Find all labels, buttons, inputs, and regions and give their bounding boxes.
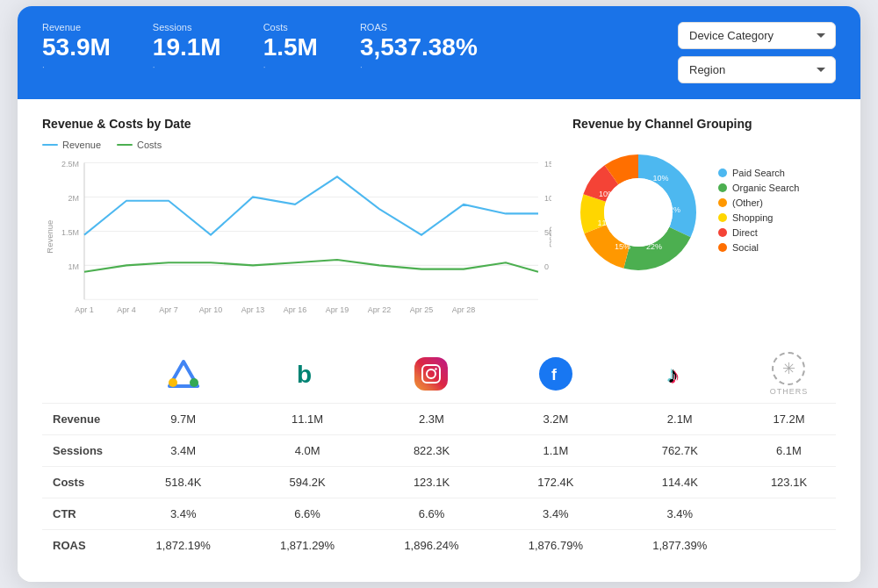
row-cell: 3.4M (121, 435, 245, 467)
filter-region[interactable]: Region (678, 56, 836, 83)
metric-label: Revenue (42, 22, 111, 32)
row-cell: 2.1M (618, 404, 742, 435)
row-cell: 9.7M (121, 404, 245, 435)
svg-text:10%: 10% (652, 174, 668, 183)
row-cell (742, 498, 836, 530)
metric-sub: · (153, 62, 221, 72)
donut-legend-item-other: (Other) (718, 197, 799, 208)
donut-legend-item-organic-search: Organic Search (718, 183, 799, 193)
table-row: ROAS1,872.19%1,871.29%1,896.24%1,876.79%… (42, 530, 836, 562)
row-label: Costs (42, 467, 121, 498)
row-cell: 6.6% (370, 498, 493, 530)
svg-text:Apr 10: Apr 10 (199, 305, 222, 314)
svg-text:10%: 10% (599, 190, 615, 198)
svg-point-32 (604, 178, 673, 247)
row-cell: 1.1M (493, 435, 617, 467)
table-row: CTR3.4%6.6%6.6%3.4%3.4% (42, 498, 836, 530)
metric-label: ROAS (360, 22, 478, 32)
row-cell: 6.1M (742, 435, 836, 467)
metric-sub: · (42, 62, 111, 72)
row-cell: 1,896.24% (370, 530, 493, 562)
row-cell: 1,871.29% (245, 530, 369, 562)
row-cell: 6.6% (245, 498, 369, 530)
svg-text:Apr 13: Apr 13 (241, 305, 264, 314)
svg-text:Revenue: Revenue (46, 220, 54, 254)
header-metrics: Revenue 53.9M · Sessions 19.1M · Costs 1… (42, 22, 478, 72)
metric-value: 1.5M (263, 34, 318, 61)
line-chart-wrap: 2.5M 2M 1.5M 1M 150K 100K 50K 0 (42, 154, 551, 329)
row-cell: 172.4K (493, 467, 617, 498)
svg-text:Apr 19: Apr 19 (326, 305, 349, 314)
svg-point-45 (427, 369, 435, 378)
svg-point-42 (169, 378, 177, 387)
row-cell: 17.2M (742, 404, 836, 435)
svg-text:0: 0 (544, 262, 549, 270)
others-label: OTHERS (770, 387, 809, 396)
svg-text:22%: 22% (646, 242, 662, 251)
donut-wrap: 10% 10% 11% 15% 22% 32% Paid SearchOrgan… (572, 147, 836, 278)
bing-icon-cell: b (245, 338, 369, 404)
row-cell: 1,872.19% (121, 530, 245, 562)
row-cell: 518.4K (121, 467, 245, 498)
tiktok-icon: ♪ ♪ ♪ ♪ (660, 355, 699, 393)
row-cell: 2.3M (370, 404, 493, 435)
row-cell (742, 530, 836, 562)
table-row: Sessions3.4M4.0M822.3K1.1M762.7K6.1M (42, 435, 836, 467)
metric-value: 3,537.38% (360, 34, 478, 61)
row-label: CTR (42, 498, 121, 530)
svg-text:2M: 2M (68, 193, 79, 202)
google-ads-icon-cell (121, 338, 245, 404)
svg-text:Costs: Costs (548, 226, 551, 248)
dashboard: Revenue 53.9M · Sessions 19.1M · Costs 1… (18, 6, 860, 582)
instagram-icon (414, 357, 448, 391)
svg-text:Apr 28: Apr 28 (452, 305, 475, 314)
row-cell: 822.3K (370, 435, 493, 467)
line-chart-svg: 2.5M 2M 1.5M 1M 150K 100K 50K 0 (42, 154, 551, 329)
metric-sub: · (263, 62, 318, 72)
metric-value: 53.9M (42, 34, 111, 61)
others-cell: ✳ OTHERS (749, 352, 829, 396)
facebook-icon: f (539, 357, 572, 391)
line-chart-container: Revenue & Costs by Date RevenueCosts 2.5… (42, 117, 551, 329)
others-icon: ✳ (772, 352, 805, 385)
channel-icons-row: b (42, 338, 836, 404)
row-cell: 3.4% (618, 498, 742, 530)
donut-svg-wrap: 10% 10% 11% 15% 22% 32% (572, 147, 704, 278)
svg-text:11%: 11% (597, 219, 613, 227)
svg-text:150K: 150K (544, 160, 551, 169)
metric-sessions: Sessions 19.1M · (153, 22, 221, 72)
empty-header-cell (42, 338, 121, 404)
svg-point-41 (190, 378, 198, 387)
chart-legend: RevenueCosts (42, 140, 551, 150)
metric-label: Costs (263, 22, 318, 32)
row-cell: 123.1K (742, 467, 836, 498)
row-cell: 1,877.39% (618, 530, 742, 562)
donut-svg: 10% 10% 11% 15% 22% 32% (572, 147, 704, 278)
donut-chart-title: Revenue by Channel Grouping (572, 117, 836, 131)
row-label: Sessions (42, 435, 121, 467)
row-cell: 114.4K (618, 467, 742, 498)
donut-legend-item-social: Social (718, 242, 799, 253)
svg-text:32%: 32% (665, 205, 680, 214)
metric-revenue: Revenue 53.9M · (42, 22, 111, 72)
row-cell: 3.4% (121, 498, 245, 530)
svg-text:1.5M: 1.5M (61, 227, 79, 236)
charts-section: Revenue & Costs by Date RevenueCosts 2.5… (18, 99, 860, 338)
legend-item-costs: Costs (117, 140, 162, 150)
legend-item-revenue: Revenue (42, 140, 101, 150)
table-row: Costs518.4K594.2K123.1K172.4K114.4K123.1… (42, 467, 836, 498)
tiktok-icon-cell: ♪ ♪ ♪ ♪ (618, 338, 742, 404)
donut-legend-item-paid-search: Paid Search (718, 168, 799, 178)
row-cell: 4.0M (245, 435, 369, 467)
donut-legend-item-shopping: Shopping (718, 212, 799, 223)
bing-icon: b (288, 355, 327, 393)
row-cell: 11.1M (245, 404, 369, 435)
row-cell: 123.1K (370, 467, 493, 498)
metric-roas: ROAS 3,537.38% · (360, 22, 478, 72)
row-label: Revenue (42, 404, 121, 435)
svg-text:♪: ♪ (667, 362, 679, 388)
line-chart-title: Revenue & Costs by Date (42, 117, 551, 131)
filter-device-category[interactable]: Device Category (678, 22, 836, 49)
svg-point-46 (435, 368, 437, 369)
svg-text:Apr 25: Apr 25 (410, 305, 433, 314)
